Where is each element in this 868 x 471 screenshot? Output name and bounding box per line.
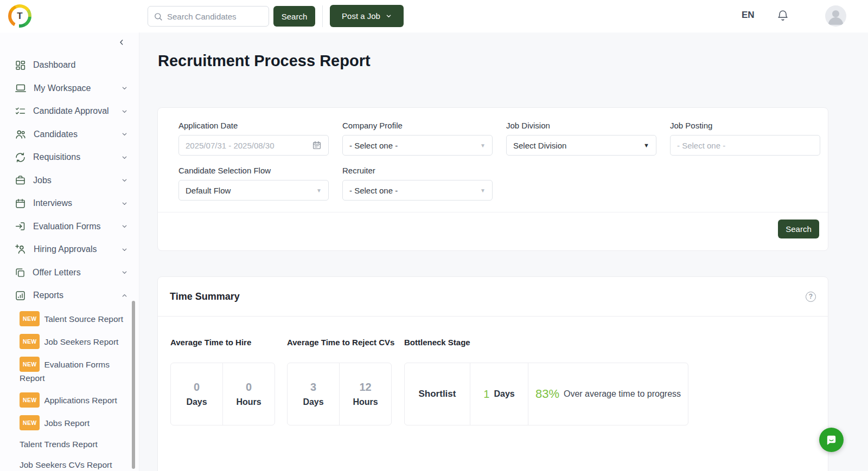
sidebar-item-label: Interviews [33, 198, 72, 208]
user-avatar[interactable] [825, 5, 846, 27]
requisitions-icon [15, 152, 26, 163]
filter-field-company-profile: Company Profile- Select one -▼ [342, 121, 493, 156]
sidebar-subitem-jobs-report[interactable]: NEWJobs Report [0, 411, 139, 434]
dropdown-arrow-icon: ▼ [480, 188, 486, 193]
sidebar-item-my-workspace[interactable]: My Workspace [0, 77, 139, 100]
filter-field-application-date: Application Date2025/07/31 - 2025/08/30 [178, 121, 329, 156]
metric-value: 0 [246, 381, 252, 393]
sidebar-item-label: Jobs [33, 176, 52, 185]
dropdown-arrow-icon: ▼ [480, 143, 486, 149]
application-date-control[interactable]: 2025/07/31 - 2025/08/30 [178, 135, 329, 156]
chevron-down-icon [121, 154, 128, 161]
metric-value: 12 [359, 381, 371, 393]
metric-unit: Days [186, 397, 207, 407]
filter-field-candidate-selection-flow: Candidate Selection FlowDefault Flow▼ [178, 166, 329, 201]
chevron-down-icon [121, 223, 128, 230]
filter-field-recruiter: Recruiter- Select one -▼ [342, 166, 493, 201]
bottleneck-percent-cell: 83%Over average time to progress [528, 363, 688, 425]
chat-widget-button[interactable] [819, 428, 844, 452]
jobs-icon [15, 175, 26, 186]
metric-cell: 0Days [171, 363, 222, 425]
chevron-up-icon [121, 292, 128, 299]
sidebar-subitem-evaluation-forms-report[interactable]: NEWEvaluation Forms Report [0, 353, 139, 389]
filter-divider [158, 212, 829, 212]
post-a-job-button[interactable]: Post a Job [330, 5, 404, 27]
sidebar-item-label: Evaluation Forms [33, 222, 101, 231]
filter-panel: Application Date2025/07/31 - 2025/08/30C… [157, 107, 828, 251]
sidebar-item-interviews[interactable]: Interviews [0, 192, 139, 215]
metric-card-average-time-to-reject-cvs: 3Days12Hours [287, 363, 392, 425]
chevron-down-icon [121, 269, 128, 276]
sidebar-item-reports[interactable]: Reports [0, 284, 139, 307]
sidebar-subitem-job-seekers-cvs-report[interactable]: Job Seekers CVs Report [0, 455, 139, 471]
workspace-icon [15, 82, 27, 94]
metric-unit: Days [303, 397, 323, 407]
sidebar-item-jobs[interactable]: Jobs [0, 169, 139, 192]
sidebar-item-label: Candidates [34, 130, 78, 139]
sidebar-item-dashboard[interactable]: Dashboard [0, 54, 139, 77]
search-input[interactable] [167, 12, 263, 21]
new-badge: NEW [20, 311, 40, 326]
sidebar-item-label: Reports [33, 291, 63, 300]
search-button[interactable]: Search [273, 6, 315, 27]
language-switch[interactable]: EN [742, 10, 755, 21]
sidebar-item-hiring-approvals[interactable]: Hiring Approvals [0, 238, 139, 261]
candidate-search-box [148, 6, 269, 27]
dashboard-icon [15, 60, 26, 71]
filter-search-button[interactable]: Search [778, 220, 819, 238]
sidebar-item-offer-letters[interactable]: Offer Letters [0, 261, 139, 285]
sidebar-scrollbar[interactable] [132, 301, 135, 469]
sidebar-item-candidates[interactable]: Candidates [0, 123, 139, 146]
metric-card-bottleneck-stage: Shortlist1Days83%Over average time to pr… [404, 363, 688, 425]
chevron-down-icon [121, 200, 128, 207]
field-label: Candidate Selection Flow [178, 166, 329, 175]
metric-card-average-time-to-hire: 0Days0Hours [170, 363, 275, 425]
job-posting-control[interactable]: - Select one - [670, 135, 820, 156]
metric-cell: 3Days [288, 363, 339, 425]
field-label: Recruiter [342, 166, 493, 175]
main-content: Recruitment Process Report Application D… [139, 33, 868, 471]
sidebar-collapse-icon[interactable] [117, 38, 127, 48]
recruiter-control[interactable]: - Select one -▼ [342, 180, 493, 201]
field-label: Job Posting [670, 121, 820, 130]
top-bar: T Search Post a Job EN [0, 0, 868, 33]
sidebar-item-requisitions[interactable]: Requisitions [0, 146, 139, 169]
app-logo[interactable]: T [8, 4, 31, 28]
job-division-control[interactable]: Select Division▼ [506, 135, 656, 156]
help-icon[interactable]: ? [806, 292, 816, 302]
metric-unit: Hours [353, 397, 378, 407]
candidate-approval-icon [15, 106, 26, 117]
select-value: - Select one - [349, 186, 476, 195]
chevron-down-icon [121, 85, 128, 92]
days-value: 1 [483, 388, 489, 401]
app-logo-letter: T [11, 8, 28, 24]
search-icon [154, 12, 163, 21]
hiring-approvals-icon [15, 243, 27, 255]
candidate-selection-flow-control[interactable]: Default Flow▼ [178, 180, 329, 201]
metric-value: 3 [310, 381, 316, 393]
calendar-icon [312, 140, 322, 150]
new-badge: NEW [20, 357, 40, 372]
sidebar: DashboardMy WorkspaceCandidate ApprovalC… [0, 33, 139, 471]
metric-label: Average Time to Reject CVs [287, 338, 394, 347]
date-range-value: 2025/07/31 - 2025/08/30 [186, 141, 308, 150]
time-summary-panel: Time Summary ? Average Time to Hire0Days… [157, 276, 828, 471]
sidebar-subitem-applications-report[interactable]: NEWApplications Report [0, 389, 139, 411]
sidebar-item-evaluation-forms[interactable]: Evaluation Forms [0, 215, 139, 238]
field-label: Application Date [178, 121, 329, 130]
company-profile-control[interactable]: - Select one -▼ [342, 135, 493, 156]
sidebar-subitem-talent-trends-report[interactable]: Talent Trends Report [0, 434, 139, 455]
notifications-bell-icon[interactable] [776, 9, 789, 22]
sidebar-subitem-job-seekers-report[interactable]: NEWJob Seekers Report [0, 330, 139, 353]
select-value: Default Flow [186, 186, 312, 195]
percent-value: 83% [535, 387, 559, 401]
sidebar-item-label: Requisitions [33, 152, 80, 162]
filter-field-job-division: Job DivisionSelect Division▼ [506, 121, 656, 156]
dropdown-arrow-icon: ▼ [643, 142, 649, 149]
post-a-job-label: Post a Job [342, 11, 380, 21]
page-title: Recruitment Process Report [158, 52, 371, 70]
select-value: - Select one - [349, 141, 476, 150]
new-badge: NEW [20, 392, 40, 408]
sidebar-subitem-talent-source-report[interactable]: NEWTalent Source Report [0, 307, 139, 330]
sidebar-item-candidate-approval[interactable]: Candidate Approval [0, 100, 139, 123]
